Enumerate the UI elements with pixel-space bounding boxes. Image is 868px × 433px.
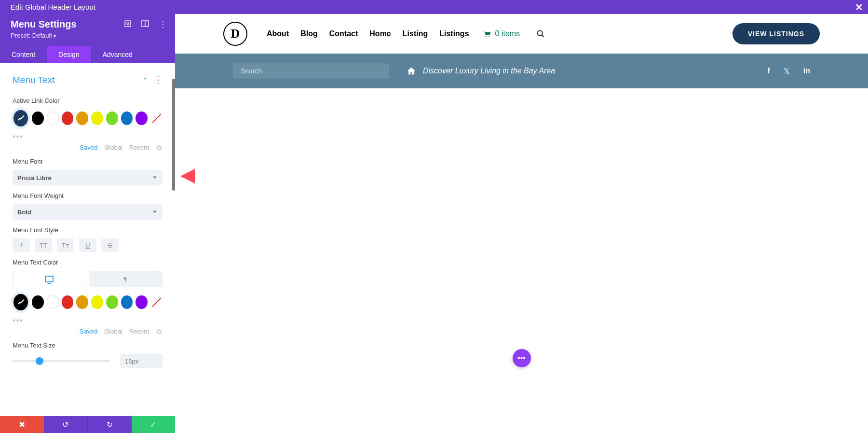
kebab-icon[interactable]: ⋮ bbox=[159, 23, 167, 26]
house-icon bbox=[407, 66, 416, 76]
swatch-black[interactable] bbox=[32, 295, 44, 309]
saved-tab[interactable]: Saved bbox=[80, 328, 97, 335]
fab-button[interactable]: ••• bbox=[513, 349, 531, 367]
tabs: Content Design Advanced bbox=[0, 46, 175, 63]
logo[interactable]: D bbox=[223, 22, 247, 46]
main-nav: D About Blog Contact Home Listing Listin… bbox=[175, 14, 868, 54]
underline-button[interactable]: U bbox=[79, 238, 96, 252]
color-swatches-active bbox=[13, 109, 163, 127]
cart-icon bbox=[483, 30, 491, 38]
swatch-red[interactable] bbox=[62, 112, 74, 125]
swatch-green[interactable] bbox=[106, 112, 118, 125]
chevron-up-icon[interactable]: ⌃ bbox=[142, 76, 148, 84]
nav-item-blog[interactable]: Blog bbox=[300, 29, 318, 38]
label-menu-font-style: Menu Font Style bbox=[13, 226, 163, 234]
swatch-blue[interactable] bbox=[121, 295, 133, 309]
swatch-green[interactable] bbox=[106, 295, 118, 309]
size-slider[interactable] bbox=[13, 360, 109, 362]
color-picker-button[interactable] bbox=[13, 109, 29, 127]
tab-advanced[interactable]: Advanced bbox=[91, 46, 144, 63]
panel-content: Menu Text ⌃ ⋮ Active Link Color ••• Save… bbox=[0, 63, 175, 416]
cursor-icon bbox=[123, 276, 128, 282]
tab-content[interactable]: Content bbox=[0, 46, 47, 63]
preset-selector[interactable]: Preset: Default bbox=[11, 32, 167, 39]
preview-area: D About Blog Contact Home Listing Listin… bbox=[175, 14, 868, 433]
hover-state-tab[interactable] bbox=[89, 271, 163, 287]
font-style-buttons: I TT Tᴛ U S bbox=[13, 238, 163, 252]
size-input[interactable] bbox=[120, 354, 163, 368]
columns-icon[interactable] bbox=[141, 20, 149, 29]
titlecase-button[interactable]: Tᴛ bbox=[57, 238, 74, 252]
svg-rect-0 bbox=[125, 21, 131, 27]
close-icon[interactable]: ✕ bbox=[855, 1, 863, 13]
swatch-red[interactable] bbox=[62, 295, 74, 309]
view-listings-button[interactable]: VIEW LISTINGS bbox=[732, 23, 820, 44]
menu-font-weight-select[interactable] bbox=[13, 204, 163, 220]
search-icon[interactable] bbox=[536, 29, 545, 38]
recent-tab[interactable]: Recent bbox=[129, 328, 149, 335]
nav-item-contact[interactable]: Contact bbox=[329, 29, 358, 38]
swatch-none[interactable] bbox=[150, 295, 163, 309]
undo-button[interactable]: ↺ bbox=[44, 416, 88, 433]
top-bar: Edit Global Header Layout ✕ bbox=[0, 0, 868, 14]
social-icons: f 𝕏 in bbox=[767, 67, 810, 76]
recent-tab[interactable]: Recent bbox=[129, 144, 149, 151]
top-bar-title: Edit Global Header Layout bbox=[11, 3, 95, 11]
swatch-yellow[interactable] bbox=[91, 112, 103, 125]
desktop-state-tab[interactable] bbox=[13, 271, 86, 287]
swatch-blue[interactable] bbox=[121, 112, 133, 125]
italic-button[interactable]: I bbox=[13, 238, 30, 252]
nav-item-listing[interactable]: Listing bbox=[403, 29, 428, 38]
color-state-tabs bbox=[13, 271, 163, 287]
swatch-purple[interactable] bbox=[136, 295, 148, 309]
redo-button[interactable]: ↻ bbox=[88, 416, 132, 433]
color-picker-button[interactable] bbox=[13, 293, 29, 311]
swatch-orange[interactable] bbox=[76, 295, 88, 309]
section-title[interactable]: Menu Text bbox=[13, 75, 54, 85]
color-swatches-text bbox=[13, 293, 163, 311]
focus-icon[interactable] bbox=[124, 20, 132, 29]
more-dots-icon[interactable]: ••• bbox=[13, 315, 163, 328]
svg-point-5 bbox=[488, 36, 489, 37]
svg-point-4 bbox=[485, 36, 486, 37]
swatch-white[interactable] bbox=[47, 295, 59, 309]
label-menu-text-size: Menu Text Size bbox=[13, 342, 163, 349]
gear-icon[interactable] bbox=[156, 144, 163, 151]
global-tab[interactable]: Global bbox=[104, 144, 122, 151]
swatch-white[interactable] bbox=[47, 112, 59, 125]
nav-item-about[interactable]: About bbox=[267, 29, 289, 38]
svg-point-6 bbox=[537, 30, 542, 36]
svg-line-7 bbox=[542, 35, 544, 37]
swatch-purple[interactable] bbox=[136, 112, 148, 125]
label-active-link-color: Active Link Color bbox=[13, 97, 163, 104]
swatch-orange[interactable] bbox=[76, 112, 88, 125]
uppercase-button[interactable]: TT bbox=[35, 238, 52, 252]
kebab-icon[interactable]: ⋮ bbox=[154, 79, 163, 81]
linkedin-icon[interactable]: in bbox=[803, 67, 810, 76]
menu-font-select[interactable] bbox=[13, 170, 163, 185]
facebook-icon[interactable]: f bbox=[767, 67, 770, 76]
nav-item-listings[interactable]: Listings bbox=[439, 29, 469, 38]
more-dots-icon[interactable]: ••• bbox=[13, 131, 163, 144]
tagline-text: Discover Luxury Living in the Bay Area bbox=[423, 67, 555, 75]
sub-bar: Search Discover Luxury Living in the Bay… bbox=[175, 54, 868, 88]
cart-link[interactable]: 0 items bbox=[483, 29, 520, 38]
settings-title: Menu Settings bbox=[11, 19, 77, 30]
cart-count: 0 items bbox=[495, 29, 520, 38]
swatch-yellow[interactable] bbox=[91, 295, 103, 309]
nav-item-home[interactable]: Home bbox=[369, 29, 391, 38]
search-input[interactable]: Search bbox=[233, 63, 389, 79]
strikethrough-button[interactable]: S bbox=[101, 238, 119, 252]
swatch-none[interactable] bbox=[150, 112, 163, 125]
footer-buttons: ✖ ↺ ↻ ✓ bbox=[0, 416, 175, 433]
cancel-button[interactable]: ✖ bbox=[0, 416, 44, 433]
slider-thumb[interactable] bbox=[36, 357, 43, 365]
global-tab[interactable]: Global bbox=[104, 328, 122, 335]
saved-tab[interactable]: Saved bbox=[80, 144, 97, 151]
gear-icon[interactable] bbox=[156, 328, 163, 335]
swatch-black[interactable] bbox=[32, 112, 44, 125]
tab-design[interactable]: Design bbox=[47, 46, 91, 63]
header-icons: ⋮ bbox=[124, 20, 167, 29]
save-button[interactable]: ✓ bbox=[132, 416, 176, 433]
x-icon[interactable]: 𝕏 bbox=[784, 67, 790, 76]
